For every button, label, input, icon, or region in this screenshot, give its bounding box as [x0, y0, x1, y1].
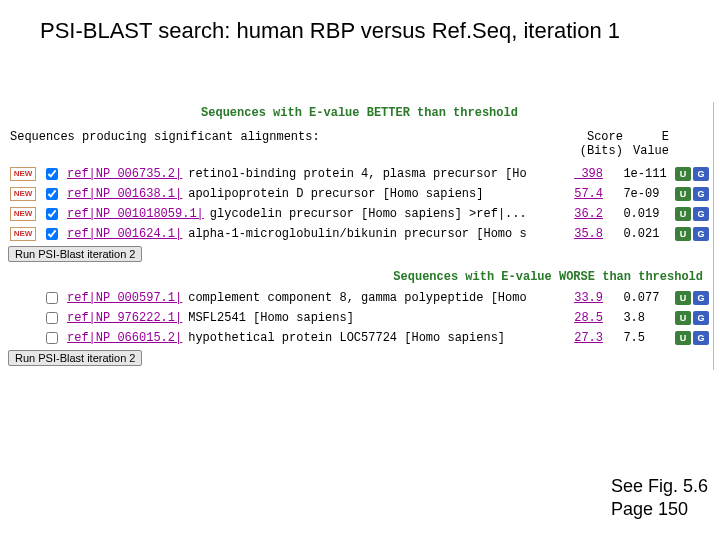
hit-row: NEWref|NP_976222.1| MSFL2541 [Homo sapie…	[6, 308, 713, 328]
gene-icon[interactable]: G	[693, 311, 709, 325]
unigene-icon[interactable]: U	[675, 207, 691, 221]
score-link[interactable]: 33.9	[555, 291, 603, 305]
run-iteration-button[interactable]: Run PSI-Blast iteration 2	[8, 350, 142, 366]
include-checkbox[interactable]	[46, 228, 58, 240]
hit-row: NEWref|NP_000597.1| complement component…	[6, 288, 713, 308]
ref-link[interactable]: ref|NP_000597.1|	[67, 291, 182, 305]
hit-description: hypothetical protein LOC57724 [Homo sapi…	[188, 331, 549, 345]
unigene-icon[interactable]: U	[675, 167, 691, 181]
footnote: See Fig. 5.6 Page 150	[611, 475, 708, 520]
hit-row: NEWref|NP_001624.1| alpha-1-microglobuli…	[6, 224, 713, 244]
ref-link[interactable]: ref|NP_001018059.1|	[67, 207, 204, 221]
score-link[interactable]: 35.8	[555, 227, 603, 241]
section-header-better: Sequences with E-value BETTER than thres…	[6, 102, 713, 124]
evalue: 0.077	[609, 291, 669, 305]
include-checkbox[interactable]	[46, 292, 58, 304]
column-score: Score (Bits)	[580, 130, 623, 158]
hit-row: NEWref|NP_001638.1| apolipoprotein D pre…	[6, 184, 713, 204]
unigene-icon[interactable]: U	[675, 227, 691, 241]
alignments-header: Sequences producing significant alignmen…	[6, 124, 713, 164]
footnote-line: Page 150	[611, 498, 708, 521]
db-icons: UG	[675, 291, 709, 305]
evalue: 7e-09	[609, 187, 669, 201]
score-link[interactable]: 57.4	[555, 187, 603, 201]
db-icons: UG	[675, 311, 709, 325]
new-badge: NEW	[10, 227, 36, 241]
run-iteration-button[interactable]: Run PSI-Blast iteration 2	[8, 246, 142, 262]
db-icons: UG	[675, 227, 709, 241]
score-link[interactable]: 398	[555, 167, 603, 181]
gene-icon[interactable]: G	[693, 331, 709, 345]
ref-link[interactable]: ref|NP_001638.1|	[67, 187, 182, 201]
new-badge: NEW	[10, 167, 36, 181]
new-badge: NEW	[10, 187, 36, 201]
alignments-label: Sequences producing significant alignmen…	[10, 130, 580, 158]
unigene-icon[interactable]: U	[675, 331, 691, 345]
db-icons: UG	[675, 167, 709, 181]
gene-icon[interactable]: G	[693, 167, 709, 181]
score-link[interactable]: 27.3	[555, 331, 603, 345]
hit-description: apolipoprotein D precursor [Homo sapiens…	[188, 187, 549, 201]
ref-link[interactable]: ref|NP_001624.1|	[67, 227, 182, 241]
hit-row: NEWref|NP_066015.2| hypothetical protein…	[6, 328, 713, 348]
unigene-icon[interactable]: U	[675, 311, 691, 325]
hit-description: alpha-1-microglobulin/bikunin precursor …	[188, 227, 549, 241]
include-checkbox[interactable]	[46, 312, 58, 324]
db-icons: UG	[675, 331, 709, 345]
ref-link[interactable]: ref|NP_066015.2|	[67, 331, 182, 345]
section-header-worse: Sequences with E-value WORSE than thresh…	[6, 266, 713, 288]
hit-row: NEWref|NP_006735.2| retinol-binding prot…	[6, 164, 713, 184]
db-icons: UG	[675, 187, 709, 201]
include-checkbox[interactable]	[46, 188, 58, 200]
db-icons: UG	[675, 207, 709, 221]
include-checkbox[interactable]	[46, 332, 58, 344]
column-evalue: E Value	[633, 130, 669, 158]
footnote-line: See Fig. 5.6	[611, 475, 708, 498]
score-link[interactable]: 36.2	[555, 207, 603, 221]
evalue: 0.019	[609, 207, 669, 221]
evalue: 0.021	[609, 227, 669, 241]
gene-icon[interactable]: G	[693, 291, 709, 305]
evalue: 7.5	[609, 331, 669, 345]
hit-description: MSFL2541 [Homo sapiens]	[188, 311, 549, 325]
new-badge: NEW	[10, 207, 36, 221]
hit-description: retinol-binding protein 4, plasma precur…	[188, 167, 549, 181]
hit-row: NEWref|NP_001018059.1| glycodelin precur…	[6, 204, 713, 224]
unigene-icon[interactable]: U	[675, 291, 691, 305]
include-checkbox[interactable]	[46, 168, 58, 180]
gene-icon[interactable]: G	[693, 227, 709, 241]
ref-link[interactable]: ref|NP_976222.1|	[67, 311, 182, 325]
ref-link[interactable]: ref|NP_006735.2|	[67, 167, 182, 181]
hit-description: glycodelin precursor [Homo sapiens] >ref…	[210, 207, 549, 221]
results-panel: Sequences with E-value BETTER than thres…	[6, 102, 714, 370]
page-title: PSI-BLAST search: human RBP versus Ref.S…	[0, 0, 720, 52]
evalue: 1e-111	[609, 167, 669, 181]
gene-icon[interactable]: G	[693, 207, 709, 221]
include-checkbox[interactable]	[46, 208, 58, 220]
hit-description: complement component 8, gamma polypeptid…	[188, 291, 549, 305]
gene-icon[interactable]: G	[693, 187, 709, 201]
score-link[interactable]: 28.5	[555, 311, 603, 325]
evalue: 3.8	[609, 311, 669, 325]
unigene-icon[interactable]: U	[675, 187, 691, 201]
